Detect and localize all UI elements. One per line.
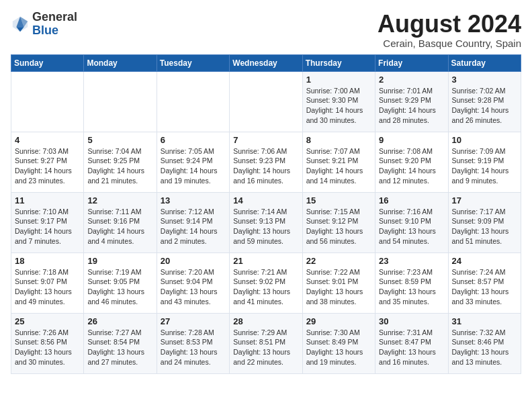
day-number: 14 bbox=[233, 195, 298, 205]
day-number: 24 bbox=[452, 256, 517, 266]
day-number: 10 bbox=[452, 135, 517, 145]
calendar-cell: 16Sunrise: 7:16 AMSunset: 9:10 PMDayligh… bbox=[375, 192, 448, 253]
day-info: Sunrise: 7:01 AMSunset: 9:29 PMDaylight:… bbox=[379, 86, 444, 126]
day-number: 19 bbox=[87, 256, 152, 266]
calendar-cell: 31Sunrise: 7:32 AMSunset: 8:46 PMDayligh… bbox=[448, 313, 521, 373]
day-info: Sunrise: 7:26 AMSunset: 8:56 PMDaylight:… bbox=[15, 328, 80, 367]
day-info: Sunrise: 7:31 AMSunset: 8:47 PMDaylight:… bbox=[379, 328, 444, 367]
calendar-cell: 27Sunrise: 7:28 AMSunset: 8:53 PMDayligh… bbox=[157, 313, 229, 373]
calendar-cell: 20Sunrise: 7:20 AMSunset: 9:04 PMDayligh… bbox=[157, 253, 229, 313]
calendar-cell bbox=[11, 71, 84, 132]
calendar-cell bbox=[230, 71, 302, 132]
calendar-cell: 7Sunrise: 7:06 AMSunset: 9:23 PMDaylight… bbox=[230, 132, 302, 192]
location-title: Cerain, Basque Country, Spain bbox=[378, 38, 521, 49]
day-number: 30 bbox=[379, 316, 444, 326]
week-row-5: 25Sunrise: 7:26 AMSunset: 8:56 PMDayligh… bbox=[11, 313, 521, 373]
header-day-tuesday: Tuesday bbox=[157, 54, 229, 71]
calendar-cell: 23Sunrise: 7:23 AMSunset: 8:59 PMDayligh… bbox=[375, 253, 448, 313]
day-info: Sunrise: 7:21 AMSunset: 9:02 PMDaylight:… bbox=[233, 267, 298, 307]
header-day-wednesday: Wednesday bbox=[230, 54, 302, 71]
day-number: 1 bbox=[306, 75, 371, 85]
logo: General Blue bbox=[11, 11, 77, 38]
calendar-cell: 11Sunrise: 7:10 AMSunset: 9:17 PMDayligh… bbox=[11, 192, 84, 253]
day-info: Sunrise: 7:18 AMSunset: 9:07 PMDaylight:… bbox=[15, 267, 80, 307]
day-number: 25 bbox=[15, 316, 80, 326]
calendar-cell: 26Sunrise: 7:27 AMSunset: 8:54 PMDayligh… bbox=[84, 313, 157, 373]
day-info: Sunrise: 7:27 AMSunset: 8:54 PMDaylight:… bbox=[87, 328, 152, 367]
day-number: 9 bbox=[379, 135, 444, 145]
logo-blue-text: Blue bbox=[32, 24, 77, 38]
day-info: Sunrise: 7:08 AMSunset: 9:20 PMDaylight:… bbox=[379, 146, 444, 186]
day-info: Sunrise: 7:32 AMSunset: 8:46 PMDaylight:… bbox=[452, 328, 517, 367]
day-info: Sunrise: 7:16 AMSunset: 9:10 PMDaylight:… bbox=[379, 207, 444, 246]
day-info: Sunrise: 7:03 AMSunset: 9:27 PMDaylight:… bbox=[15, 146, 80, 186]
calendar-cell: 5Sunrise: 7:04 AMSunset: 9:25 PMDaylight… bbox=[84, 132, 157, 192]
title-area: August 2024 Cerain, Basque Country, Spai… bbox=[378, 11, 521, 49]
calendar-cell: 2Sunrise: 7:01 AMSunset: 9:29 PMDaylight… bbox=[375, 71, 448, 132]
calendar-cell: 22Sunrise: 7:22 AMSunset: 9:01 PMDayligh… bbox=[302, 253, 375, 313]
day-number: 8 bbox=[306, 135, 371, 145]
day-info: Sunrise: 7:12 AMSunset: 9:14 PMDaylight:… bbox=[161, 207, 226, 246]
calendar-cell: 30Sunrise: 7:31 AMSunset: 8:47 PMDayligh… bbox=[375, 313, 448, 373]
calendar-cell: 3Sunrise: 7:02 AMSunset: 9:28 PMDaylight… bbox=[448, 71, 521, 132]
calendar-cell: 17Sunrise: 7:17 AMSunset: 9:09 PMDayligh… bbox=[448, 192, 521, 253]
day-info: Sunrise: 7:17 AMSunset: 9:09 PMDaylight:… bbox=[452, 207, 517, 246]
day-number: 27 bbox=[161, 316, 226, 326]
calendar-cell: 9Sunrise: 7:08 AMSunset: 9:20 PMDaylight… bbox=[375, 132, 448, 192]
day-info: Sunrise: 7:09 AMSunset: 9:19 PMDaylight:… bbox=[452, 146, 517, 186]
day-number: 11 bbox=[15, 195, 80, 205]
calendar-cell: 4Sunrise: 7:03 AMSunset: 9:27 PMDaylight… bbox=[11, 132, 84, 192]
day-number: 16 bbox=[379, 195, 444, 205]
day-info: Sunrise: 7:23 AMSunset: 8:59 PMDaylight:… bbox=[379, 267, 444, 307]
header-day-saturday: Saturday bbox=[448, 54, 521, 71]
day-info: Sunrise: 7:29 AMSunset: 8:51 PMDaylight:… bbox=[233, 328, 298, 367]
day-number: 3 bbox=[452, 75, 517, 85]
day-number: 28 bbox=[233, 316, 298, 326]
calendar-cell bbox=[157, 71, 229, 132]
calendar-cell: 24Sunrise: 7:24 AMSunset: 8:57 PMDayligh… bbox=[448, 253, 521, 313]
calendar-header-row: SundayMondayTuesdayWednesdayThursdayFrid… bbox=[11, 54, 521, 71]
day-number: 7 bbox=[233, 135, 298, 145]
calendar-cell: 25Sunrise: 7:26 AMSunset: 8:56 PMDayligh… bbox=[11, 313, 84, 373]
day-number: 15 bbox=[306, 195, 371, 205]
calendar-cell: 18Sunrise: 7:18 AMSunset: 9:07 PMDayligh… bbox=[11, 253, 84, 313]
calendar-cell: 10Sunrise: 7:09 AMSunset: 9:19 PMDayligh… bbox=[448, 132, 521, 192]
calendar-cell: 28Sunrise: 7:29 AMSunset: 8:51 PMDayligh… bbox=[230, 313, 302, 373]
day-info: Sunrise: 7:10 AMSunset: 9:17 PMDaylight:… bbox=[15, 207, 80, 246]
calendar-cell: 21Sunrise: 7:21 AMSunset: 9:02 PMDayligh… bbox=[230, 253, 302, 313]
day-info: Sunrise: 7:15 AMSunset: 9:12 PMDaylight:… bbox=[306, 207, 371, 246]
calendar-cell: 13Sunrise: 7:12 AMSunset: 9:14 PMDayligh… bbox=[157, 192, 229, 253]
calendar-cell: 12Sunrise: 7:11 AMSunset: 9:16 PMDayligh… bbox=[84, 192, 157, 253]
day-number: 26 bbox=[87, 316, 152, 326]
calendar-cell: 15Sunrise: 7:15 AMSunset: 9:12 PMDayligh… bbox=[302, 192, 375, 253]
day-info: Sunrise: 7:22 AMSunset: 9:01 PMDaylight:… bbox=[306, 267, 371, 307]
day-number: 12 bbox=[87, 195, 152, 205]
month-title: August 2024 bbox=[378, 11, 521, 38]
week-row-1: 1Sunrise: 7:00 AMSunset: 9:30 PMDaylight… bbox=[11, 71, 521, 132]
day-info: Sunrise: 7:06 AMSunset: 9:23 PMDaylight:… bbox=[233, 146, 298, 186]
calendar-cell: 6Sunrise: 7:05 AMSunset: 9:24 PMDaylight… bbox=[157, 132, 229, 192]
day-number: 21 bbox=[233, 256, 298, 266]
day-number: 6 bbox=[161, 135, 226, 145]
logo-text: General Blue bbox=[32, 11, 77, 38]
day-info: Sunrise: 7:02 AMSunset: 9:28 PMDaylight:… bbox=[452, 86, 517, 126]
calendar-cell: 1Sunrise: 7:00 AMSunset: 9:30 PMDaylight… bbox=[302, 71, 375, 132]
day-number: 22 bbox=[306, 256, 371, 266]
day-number: 17 bbox=[452, 195, 517, 205]
day-number: 5 bbox=[87, 135, 152, 145]
logo-general-text: General bbox=[32, 11, 77, 24]
calendar-cell: 14Sunrise: 7:14 AMSunset: 9:13 PMDayligh… bbox=[230, 192, 302, 253]
header: General Blue August 2024 Cerain, Basque … bbox=[11, 11, 521, 49]
day-info: Sunrise: 7:30 AMSunset: 8:49 PMDaylight:… bbox=[306, 328, 371, 367]
calendar-cell bbox=[84, 71, 157, 132]
day-number: 4 bbox=[15, 135, 80, 145]
day-info: Sunrise: 7:05 AMSunset: 9:24 PMDaylight:… bbox=[161, 146, 226, 186]
day-info: Sunrise: 7:14 AMSunset: 9:13 PMDaylight:… bbox=[233, 207, 298, 246]
day-number: 20 bbox=[161, 256, 226, 266]
day-number: 18 bbox=[15, 256, 80, 266]
header-day-friday: Friday bbox=[375, 54, 448, 71]
day-info: Sunrise: 7:07 AMSunset: 9:21 PMDaylight:… bbox=[306, 146, 371, 186]
header-day-sunday: Sunday bbox=[11, 54, 84, 71]
calendar-cell: 29Sunrise: 7:30 AMSunset: 8:49 PMDayligh… bbox=[302, 313, 375, 373]
calendar-cell: 8Sunrise: 7:07 AMSunset: 9:21 PMDaylight… bbox=[302, 132, 375, 192]
